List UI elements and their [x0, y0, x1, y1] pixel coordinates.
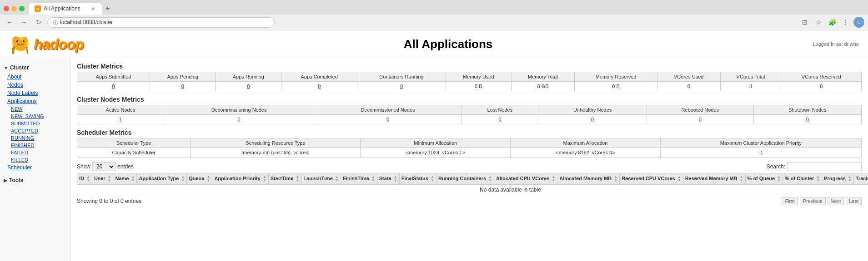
tab-bar: H All Applications ✕ + — [0, 0, 868, 15]
col-apps-submitted: Apps Submitted — [77, 72, 150, 82]
col-allocated-cpu-vcores[interactable]: Allocated CPU VCores ▲▼ — [494, 173, 557, 185]
sidebar-item-accepted[interactable]: ACCEPTED — [0, 127, 70, 134]
entries-select[interactable]: 10 20 25 50 100 — [92, 162, 115, 171]
back-button[interactable]: ← — [4, 16, 15, 28]
sidebar-item-failed[interactable]: FAILED — [0, 149, 70, 156]
screen-share-icon[interactable]: ⊡ — [799, 16, 811, 28]
col-memory-reserved: Memory Reserved — [575, 72, 657, 82]
last-page-button[interactable]: Last — [846, 197, 862, 205]
col-reserved-memory-mb[interactable]: Reserved Memory MB ▲▼ — [683, 173, 745, 185]
tools-section-header[interactable]: ▶ Tools — [0, 175, 70, 185]
val-rebooted-nodes[interactable]: 0 — [647, 115, 753, 124]
col-queue[interactable]: Queue ▲▼ — [187, 173, 212, 185]
val-maximum-allocation: <memory:8192, vCores:4> — [511, 148, 661, 158]
launch-time-sort-icon: ▲▼ — [335, 175, 339, 182]
bookmark-icon[interactable]: ☆ — [813, 16, 824, 28]
col-start-time[interactable]: StartTime ▲▼ — [268, 173, 301, 185]
val-decommissioning-nodes[interactable]: 0 — [164, 115, 314, 124]
sidebar-item-killed[interactable]: KILLED — [0, 156, 70, 163]
col-user[interactable]: User ▲▼ — [92, 173, 113, 185]
close-window-button[interactable] — [4, 6, 9, 11]
sidebar-item-applications[interactable]: Applications — [0, 97, 70, 105]
browser-tab[interactable]: H All Applications ✕ — [29, 3, 102, 15]
val-vcores-used: 0 — [657, 82, 720, 91]
pagination-buttons: First Previous Next Last — [782, 197, 862, 205]
extensions-icon[interactable]: 🧩 — [826, 16, 838, 28]
cluster-metrics-title: Cluster Metrics — [77, 63, 862, 70]
previous-page-button[interactable]: Previous — [800, 197, 826, 205]
progress-sort-icon: ▲▼ — [848, 175, 852, 182]
next-page-button[interactable]: Next — [828, 197, 844, 205]
first-page-button[interactable]: First — [782, 197, 798, 205]
finish-time-sort-icon: ▲▼ — [371, 175, 375, 182]
col-application-priority[interactable]: Application Priority ▲▼ — [212, 173, 268, 185]
col-pct-cluster[interactable]: % of Cluster ▲▼ — [783, 173, 822, 185]
val-unhealthy-nodes[interactable]: 0 — [538, 115, 647, 124]
tools-arrow-icon: ▶ — [4, 178, 7, 183]
alloc-mem-sort-icon: ▲▼ — [614, 175, 617, 182]
page-title: All Applications — [84, 37, 813, 51]
col-allocated-memory-mb[interactable]: Allocated Memory MB ▲▼ — [557, 173, 620, 185]
val-decommissioned-nodes[interactable]: 0 — [314, 115, 462, 124]
col-state[interactable]: State ▲▼ — [377, 173, 399, 185]
search-input[interactable] — [787, 162, 862, 171]
forward-button[interactable]: → — [18, 16, 30, 28]
refresh-button[interactable]: ↻ — [33, 16, 45, 28]
col-decommissioning-nodes: Decommissioning Nodes — [164, 105, 314, 115]
tools-label: Tools — [9, 177, 23, 183]
col-minimum-allocation: Minimum Allocation — [361, 138, 511, 148]
cluster-section-header[interactable]: ▼ Cluster — [0, 63, 70, 73]
sidebar-item-node-labels[interactable]: Node Labels — [0, 89, 70, 97]
col-tracking-ui[interactable]: Tracking UI ▲▼ — [853, 173, 868, 185]
new-tab-button[interactable]: + — [102, 3, 114, 15]
col-apps-completed: Apps Completed — [281, 72, 357, 82]
val-shutdown-nodes[interactable]: 0 — [753, 115, 861, 124]
table-controls: Show 10 20 25 50 100 entries Search: — [77, 162, 862, 171]
col-launch-time[interactable]: LaunchTime ▲▼ — [301, 173, 341, 185]
address-bar[interactable]: ⓘ localhost:8088/cluster — [47, 17, 275, 28]
queue-sort-icon: ▲▼ — [206, 175, 210, 182]
id-sort-icon: ▲▼ — [86, 175, 90, 182]
browser-actions: ⊡ ☆ 🧩 ⋮ U — [799, 16, 864, 28]
tab-close-button[interactable]: ✕ — [90, 5, 96, 12]
val-apps-running[interactable]: 0 — [216, 82, 281, 91]
col-application-type[interactable]: Application Type ▲▼ — [137, 173, 187, 185]
val-containers-running[interactable]: 0 — [357, 82, 446, 91]
val-memory-reserved: 0 B — [575, 82, 657, 91]
sidebar-item-new-saving[interactable]: NEW_SAVING — [0, 113, 70, 120]
col-reserved-cpu-vcores[interactable]: Reserved CPU VCores ▲▼ — [620, 173, 683, 185]
col-final-status[interactable]: FinalStatus ▲▼ — [399, 173, 436, 185]
col-id[interactable]: ID ▲▼ — [77, 173, 92, 185]
sidebar-item-finished[interactable]: FINISHED — [0, 142, 70, 149]
maximize-window-button[interactable] — [19, 6, 25, 11]
alloc-cpu-sort-icon: ▲▼ — [552, 175, 555, 182]
col-running-containers[interactable]: Running Containers ▲▼ — [436, 173, 494, 185]
col-progress[interactable]: Progress ▲▼ — [822, 173, 854, 185]
val-apps-submitted[interactable]: 0 — [77, 82, 150, 91]
sidebar-item-nodes[interactable]: Nodes — [0, 81, 70, 89]
val-apps-pending[interactable]: 0 — [150, 82, 216, 91]
logged-in-text: Logged in as: dr.who — [813, 41, 859, 47]
applications-table: ID ▲▼ User ▲▼ Name ▲▼ Application Type ▲… — [77, 173, 868, 195]
col-finish-time[interactable]: FinishTime ▲▼ — [341, 173, 377, 185]
browser-menu-icon[interactable]: ⋮ — [840, 16, 852, 28]
val-active-nodes[interactable]: 1 — [77, 115, 164, 124]
app-type-sort-icon: ▲▼ — [181, 175, 185, 182]
sidebar-item-scheduler[interactable]: Scheduler — [0, 163, 70, 172]
val-apps-completed[interactable]: 0 — [281, 82, 357, 91]
sidebar-item-about[interactable]: About — [0, 73, 70, 81]
minimize-window-button[interactable] — [11, 6, 17, 11]
tab-favicon: H — [35, 5, 41, 12]
val-vcores-reserved: 0 — [781, 82, 862, 91]
sidebar-item-running[interactable]: RUNNING — [0, 134, 70, 142]
col-pct-queue[interactable]: % of Queue ▲▼ — [745, 173, 783, 185]
hadoop-elephant-icon — [9, 34, 32, 54]
sidebar-item-new[interactable]: NEW — [0, 105, 70, 113]
address-bar-row: ← → ↻ ⓘ localhost:8088/cluster ⊡ ☆ 🧩 ⋮ U — [0, 15, 868, 30]
sidebar-item-submitted[interactable]: SUBMITTED — [0, 120, 70, 127]
user-avatar[interactable]: U — [853, 17, 864, 28]
col-name[interactable]: Name ▲▼ — [113, 173, 137, 185]
val-lost-nodes[interactable]: 0 — [462, 115, 538, 124]
app-header: hadoop All Applications Logged in as: dr… — [0, 30, 868, 58]
res-cpu-sort-icon: ▲▼ — [677, 175, 681, 182]
